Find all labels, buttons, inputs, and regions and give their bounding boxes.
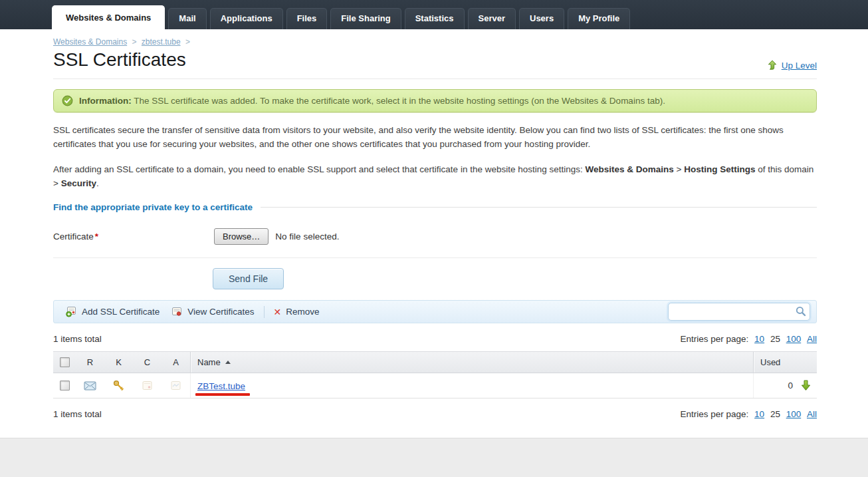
tab-websites-domains[interactable]: Websites & Domains [52, 5, 165, 29]
success-check-icon [62, 95, 73, 106]
breadcrumb-link-websites-domains[interactable]: Websites & Domains [53, 37, 127, 47]
info-banner-text: Information: The SSL certificate was add… [79, 96, 665, 106]
remove-button[interactable]: ✕ Remove [268, 307, 326, 317]
items-total: 1 items total [53, 334, 102, 344]
select-all-checkbox[interactable] [60, 357, 70, 367]
remove-x-icon: ✕ [274, 307, 282, 317]
pager-option-100[interactable]: 100 [786, 334, 802, 344]
intro-paragraph-2: After adding an SSL certificate to a dom… [53, 162, 817, 191]
view-certificates-label: View Certificates [187, 307, 254, 317]
entries-per-page: Entries per page: 10 25 100 All [681, 409, 817, 419]
sort-ascending-icon [225, 361, 231, 364]
mail-icon [84, 381, 96, 391]
column-header-name[interactable]: Name [190, 352, 753, 373]
certificate-disabled-icon [142, 381, 152, 391]
ca-certificate-disabled-icon [171, 381, 181, 391]
table-header: R K C A Name Used [53, 351, 817, 373]
info-banner: Information: The SSL certificate was add… [53, 89, 817, 112]
used-count: 0 [788, 381, 793, 391]
up-level-link[interactable]: Up Level [767, 60, 817, 71]
tab-applications[interactable]: Applications [210, 8, 283, 29]
tab-my-profile[interactable]: My Profile [568, 8, 630, 29]
breadcrumb-link-domain[interactable]: zbtest.tube [142, 37, 181, 47]
add-ssl-certificate-button[interactable]: Add SSL Certificate [60, 306, 165, 317]
page-title: SSL Certificates [53, 49, 186, 71]
tab-mail[interactable]: Mail [168, 8, 206, 29]
view-certificates-button[interactable]: View Certificates [165, 306, 260, 317]
column-header-c: C [133, 352, 162, 373]
search-input[interactable] [673, 305, 792, 319]
send-file-button[interactable]: Send File [213, 268, 284, 289]
intro-paragraph-1: SSL certificates secure the transfer of … [53, 123, 817, 152]
tab-server[interactable]: Server [468, 8, 516, 29]
tab-users[interactable]: Users [519, 8, 564, 29]
row-checkbox[interactable] [60, 381, 70, 391]
red-underline-annotation [195, 393, 250, 396]
toolbar-separator [264, 306, 265, 318]
remove-label: Remove [286, 307, 319, 317]
find-private-key-link[interactable]: Find the appropriate private key to a ce… [53, 202, 253, 212]
browse-button[interactable]: Browse… [214, 228, 269, 245]
pager-option-100[interactable]: 100 [786, 409, 802, 419]
header-divider [53, 79, 817, 79]
pager-option-all[interactable]: All [807, 334, 817, 344]
up-arrow-icon [767, 60, 778, 71]
column-header-r: R [76, 352, 104, 373]
column-header-used[interactable]: Used [753, 352, 817, 373]
search-box[interactable] [668, 303, 810, 321]
add-ssl-certificate-label: Add SSL Certificate [82, 307, 160, 317]
download-arrow-icon[interactable] [801, 380, 811, 391]
pager-option-25-current: 25 [770, 334, 780, 344]
toolbar: Add SSL Certificate View Certificates ✕ … [53, 300, 817, 323]
column-header-k: K [104, 352, 133, 373]
no-file-selected-text: No file selected. [275, 232, 339, 241]
tab-statistics[interactable]: Statistics [405, 8, 465, 29]
entries-per-page-label: Entries per page: [681, 334, 749, 344]
breadcrumb-separator: > [185, 37, 190, 47]
entries-per-page-label: Entries per page: [681, 409, 749, 419]
certificate-name-link[interactable]: ZBTest.tube [197, 381, 245, 391]
pager-option-25-current: 25 [770, 409, 780, 419]
form-divider [53, 257, 817, 258]
required-asterisk: * [95, 232, 98, 241]
main-content: Websites & Domains > zbtest.tube > SSL C… [0, 29, 868, 438]
top-navigation: Websites & Domains Mail Applications Fil… [0, 0, 868, 29]
pager-option-10[interactable]: 10 [754, 409, 764, 419]
up-level-label: Up Level [782, 61, 817, 71]
table-row: ZBTest.tube 0 [53, 373, 817, 398]
add-certificate-icon [66, 306, 77, 317]
entries-per-page: Entries per page: 10 25 100 All [681, 334, 817, 344]
certificate-field-label: Certificate* [53, 232, 214, 241]
key-icon [113, 380, 124, 391]
certificates-table: R K C A Name Used [53, 351, 817, 398]
column-header-a: A [162, 352, 190, 373]
section-rule [261, 207, 817, 208]
breadcrumb-separator: > [132, 37, 137, 47]
search-icon[interactable] [796, 306, 806, 317]
tab-file-sharing[interactable]: File Sharing [330, 8, 401, 29]
pager-option-all[interactable]: All [807, 409, 817, 419]
tab-files[interactable]: Files [286, 8, 328, 29]
page-background-footer [0, 438, 868, 477]
items-total: 1 items total [53, 409, 102, 419]
pager-option-10[interactable]: 10 [754, 334, 764, 344]
breadcrumb: Websites & Domains > zbtest.tube > [53, 37, 817, 47]
view-certificates-icon [171, 306, 183, 317]
